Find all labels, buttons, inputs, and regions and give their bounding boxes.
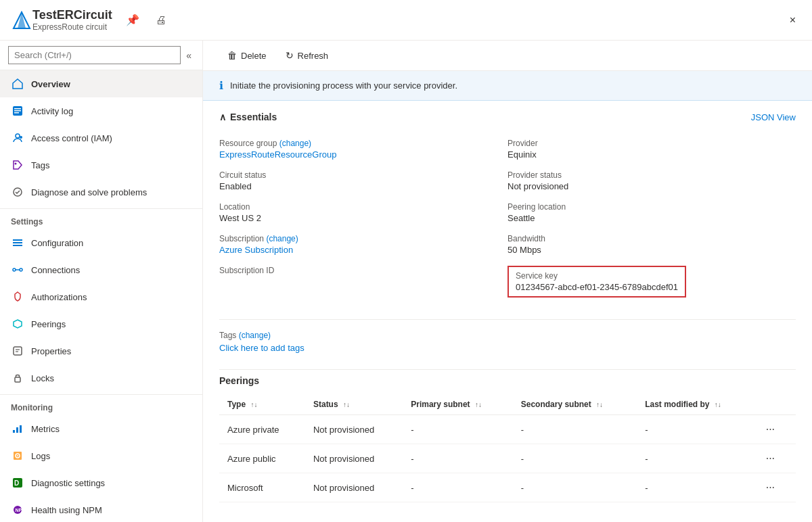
sidebar-item-tags[interactable]: Tags <box>0 151 202 179</box>
more-options-button[interactable]: ··· <box>762 422 779 437</box>
sidebar: « Overview Activity log Access control (… <box>0 41 203 522</box>
info-banner: ℹ Initiate the provisioning process with… <box>203 71 812 101</box>
sidebar-item-configuration[interactable]: Configuration <box>0 229 202 256</box>
sort-icon-type[interactable]: ↑↓ <box>250 401 257 408</box>
search-input[interactable] <box>8 46 181 64</box>
sort-icon-modified[interactable]: ↑↓ <box>715 401 721 408</box>
subscription-link[interactable]: Azure Subscription <box>219 245 293 255</box>
print-button[interactable]: 🖨 <box>153 11 169 29</box>
more-options-button[interactable]: ··· <box>762 451 779 466</box>
locks-icon <box>11 371 24 385</box>
row-actions: ··· <box>754 444 796 473</box>
collapse-button[interactable]: « <box>183 47 194 64</box>
sidebar-item-health-npm[interactable]: NPM Health using NPM <box>0 496 202 522</box>
essentials-divider <box>219 319 796 320</box>
col-status: Status ↑↓ <box>305 394 403 415</box>
tags-label: Tags (change) <box>219 331 796 340</box>
add-tags-link[interactable]: Click here to add tags <box>219 343 304 353</box>
search-box: « <box>0 41 202 70</box>
sidebar-item-connections[interactable]: Connections <box>0 256 202 283</box>
diagnose-icon <box>11 185 24 199</box>
svg-rect-23 <box>13 430 15 433</box>
resource-title: TestERCircuit <box>32 8 112 22</box>
sort-icon-primary[interactable]: ↑↓ <box>475 401 482 408</box>
resource-group-link[interactable]: ExpressRouteResourceGroup <box>219 149 336 160</box>
sidebar-item-label: Peerings <box>31 319 66 329</box>
subscription-change-link[interactable]: (change) <box>266 234 298 243</box>
sidebar-item-diagnose[interactable]: Diagnose and solve problems <box>0 179 202 206</box>
peerings-title: Peerings <box>219 375 796 386</box>
sort-icon-secondary[interactable]: ↑↓ <box>596 401 603 408</box>
resource-group-label: Resource group (change) <box>219 139 508 148</box>
close-button[interactable]: × <box>784 11 801 29</box>
delete-button[interactable]: 🗑 Delete <box>219 46 275 65</box>
row-type: Azure public <box>219 444 305 473</box>
sidebar-item-properties[interactable]: Properties <box>0 337 202 364</box>
sidebar-item-overview[interactable]: Overview <box>0 70 202 97</box>
svg-rect-13 <box>13 242 22 243</box>
circuit-status-label: Circuit status <box>219 170 508 180</box>
essentials-grid: Resource group (change) ExpressRouteReso… <box>219 133 796 303</box>
resource-group-change-link[interactable]: (change) <box>279 139 311 148</box>
sidebar-item-label: Overview <box>31 79 70 89</box>
monitoring-section-label: Monitoring <box>0 394 202 415</box>
provider-status-item: Provider status Not provisioned <box>508 165 796 197</box>
tags-section: Tags (change) Click here to add tags <box>203 325 812 364</box>
sidebar-item-diagnostic-settings[interactable]: D Diagnostic settings <box>0 469 202 496</box>
bandwidth-value: 50 Mbps <box>508 245 796 255</box>
sidebar-item-locks[interactable]: Locks <box>0 364 202 392</box>
sidebar-item-access-control[interactable]: Access control (IAM) <box>0 124 202 151</box>
sidebar-item-label: Health using NPM <box>31 505 102 515</box>
refresh-button[interactable]: ↻ Refresh <box>277 46 337 65</box>
row-status: Not provisioned <box>305 473 403 502</box>
sidebar-item-activity-log[interactable]: Activity log <box>0 97 202 124</box>
settings-section-label: Settings <box>0 208 202 229</box>
row-primary-subnet: - <box>403 473 512 502</box>
location-label: Location <box>219 202 508 212</box>
sort-icon-status[interactable]: ↑↓ <box>343 401 350 408</box>
essentials-header: ∧ Essentials JSON View <box>219 112 796 122</box>
sidebar-item-label: Access control (IAM) <box>31 133 112 143</box>
sidebar-item-metrics[interactable]: Metrics <box>0 415 202 442</box>
col-primary-subnet: Primary subnet ↑↓ <box>403 394 512 415</box>
row-actions: ··· <box>754 415 796 444</box>
svg-point-15 <box>13 268 16 271</box>
sidebar-item-label: Activity log <box>31 106 73 116</box>
provider-label: Provider <box>508 139 796 148</box>
peering-location-label: Peering location <box>508 202 796 212</box>
svg-text:NPM: NPM <box>16 508 24 513</box>
svg-point-16 <box>20 268 22 271</box>
sidebar-item-authorizations[interactable]: Authorizations <box>0 283 202 310</box>
table-row: Azure private Not provisioned - - - ··· <box>219 415 796 444</box>
circuit-status-value: Enabled <box>219 181 508 191</box>
service-key-label: Service key <box>516 271 678 281</box>
configuration-icon <box>11 236 24 250</box>
refresh-icon: ↻ <box>286 50 294 61</box>
peerings-table-header: Type ↑↓ Status ↑↓ Primary subnet ↑↓ <box>219 394 796 415</box>
bandwidth-item: Bandwidth 50 Mbps <box>508 229 796 260</box>
service-key-value: 01234567-abcd-ef01-2345-6789abcdef01 <box>516 282 678 292</box>
title-bar: TestERCircuit ExpressRoute circuit 📌 🖨 × <box>0 0 812 41</box>
col-actions <box>754 394 796 415</box>
json-view-link[interactable]: JSON View <box>751 112 796 122</box>
more-options-button[interactable]: ··· <box>762 480 779 495</box>
col-type: Type ↑↓ <box>219 394 305 415</box>
pin-button[interactable]: 📌 <box>123 11 142 29</box>
metrics-icon <box>11 422 24 435</box>
svg-rect-7 <box>14 112 19 114</box>
provider-item: Provider Equinix <box>508 133 796 165</box>
content-area: 🗑 Delete ↻ Refresh ℹ Initiate the provis… <box>203 41 812 522</box>
subscription-id-item: Subscription ID <box>219 260 508 303</box>
subscription-item: Subscription (change) Azure Subscription <box>219 229 508 260</box>
info-icon: ℹ <box>219 79 223 92</box>
sidebar-item-logs[interactable]: Logs <box>0 442 202 469</box>
peerings-divider <box>219 369 796 370</box>
delete-icon: 🗑 <box>227 50 237 61</box>
subscription-id-label: Subscription ID <box>219 266 508 275</box>
sidebar-item-peerings[interactable]: Peerings <box>0 310 202 337</box>
provider-status-label: Provider status <box>508 170 796 180</box>
authorizations-icon <box>11 290 24 304</box>
sidebar-item-label: Connections <box>31 265 80 275</box>
tags-change-link[interactable]: (change) <box>239 331 271 340</box>
toolbar: 🗑 Delete ↻ Refresh <box>203 41 812 71</box>
